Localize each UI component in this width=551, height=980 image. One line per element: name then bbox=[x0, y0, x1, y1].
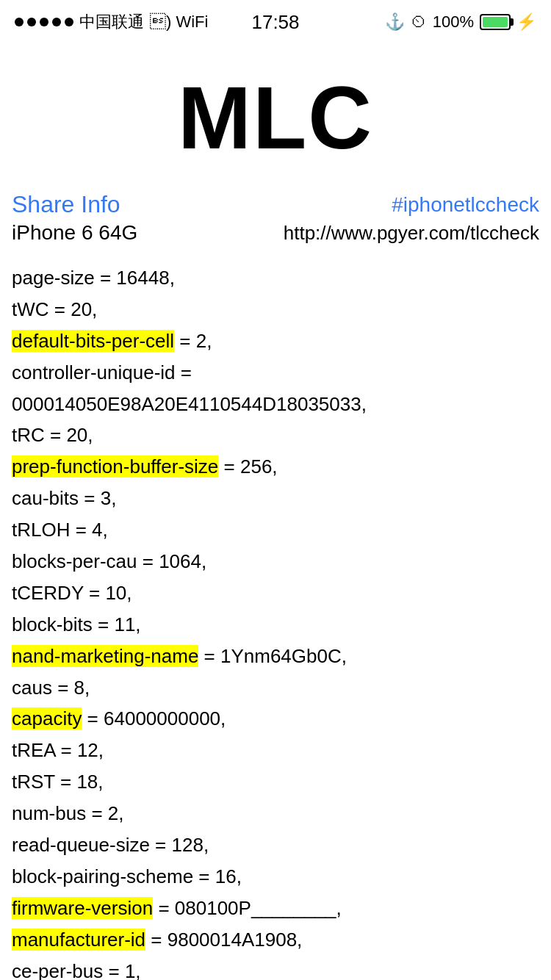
dot-5 bbox=[65, 18, 73, 26]
info-line: nand-marketing-name = 1Ynm64Gb0C, bbox=[12, 641, 539, 672]
main-content: MLC Share Info #iphonetlccheck iPhone 6 … bbox=[0, 73, 551, 980]
device-name: iPhone 6 64G bbox=[12, 221, 137, 245]
dot-2 bbox=[27, 18, 36, 26]
alarm-icon: ⏲ bbox=[411, 12, 427, 32]
info-line: read-queue-size = 128, bbox=[12, 829, 539, 861]
info-line: tRC = 20, bbox=[12, 419, 539, 451]
device-row: iPhone 6 64G http://www.pgyer.com/tlcche… bbox=[12, 221, 539, 245]
status-left: 中国联通 ) WiFi bbox=[15, 11, 208, 33]
highlighted-term: prep-function-buffer-size bbox=[12, 455, 218, 478]
info-line: ce-per-bus = 1, bbox=[12, 956, 539, 980]
info-line: tCERDY = 10, bbox=[12, 577, 539, 609]
app-title: MLC bbox=[12, 73, 539, 162]
share-row: Share Info #iphonetlccheck bbox=[12, 191, 539, 218]
info-line: tWC = 20, bbox=[12, 294, 539, 325]
info-line: capacity = 64000000000, bbox=[12, 703, 539, 735]
battery-icon bbox=[480, 14, 511, 30]
info-line: cau-bits = 3, bbox=[12, 483, 539, 514]
highlighted-term: manufacturer-id bbox=[12, 929, 145, 951]
info-line: blocks-per-cau = 1064, bbox=[12, 546, 539, 577]
info-line: controller-unique-id = 000014050E98A20E4… bbox=[12, 357, 539, 420]
dot-1 bbox=[15, 18, 24, 26]
info-line: default-bits-per-cell = 2, bbox=[12, 325, 539, 357]
dot-4 bbox=[52, 18, 61, 26]
info-line: tRLOH = 4, bbox=[12, 514, 539, 546]
info-line: block-pairing-scheme = 16, bbox=[12, 861, 539, 893]
hashtag-link[interactable]: #iphonetlccheck bbox=[392, 193, 539, 217]
info-line: num-bus = 2, bbox=[12, 798, 539, 829]
battery-icon-container bbox=[480, 14, 511, 30]
status-bar: 中国联通 ) WiFi 17:58 ⚓ ⏲ 100% ⚡ bbox=[0, 0, 551, 44]
highlighted-term: firmware-version bbox=[12, 897, 153, 919]
battery-fill bbox=[483, 17, 508, 27]
highlighted-term: default-bits-per-cell bbox=[12, 330, 174, 352]
lock-icon: ⚓ bbox=[385, 12, 405, 32]
highlighted-term: nand-marketing-name bbox=[12, 645, 198, 667]
wifi-icon: ) WiFi bbox=[150, 12, 208, 32]
status-right: ⚓ ⏲ 100% ⚡ bbox=[385, 12, 536, 32]
info-line: firmware-version = 080100P________, bbox=[12, 893, 539, 924]
info-line: block-bits = 11, bbox=[12, 609, 539, 641]
carrier-label: 中国联通 bbox=[79, 11, 144, 33]
info-line: tREA = 12, bbox=[12, 735, 539, 766]
info-list: page-size = 16448,tWC = 20,default-bits-… bbox=[12, 262, 539, 980]
status-time: 17:58 bbox=[251, 11, 299, 34]
battery-percent: 100% bbox=[433, 12, 474, 32]
info-line: caus = 8, bbox=[12, 672, 539, 704]
dot-3 bbox=[40, 18, 48, 26]
info-line: tRST = 18, bbox=[12, 766, 539, 798]
info-line: manufacturer-id = 9800014A1908, bbox=[12, 924, 539, 956]
signal-dots bbox=[15, 18, 73, 26]
device-url: http://www.pgyer.com/tlccheck bbox=[284, 222, 539, 245]
charging-icon: ⚡ bbox=[516, 12, 536, 32]
share-info-link[interactable]: Share Info bbox=[12, 191, 120, 218]
info-line: page-size = 16448, bbox=[12, 262, 539, 294]
info-line: prep-function-buffer-size = 256, bbox=[12, 451, 539, 483]
highlighted-term: capacity bbox=[12, 707, 82, 729]
